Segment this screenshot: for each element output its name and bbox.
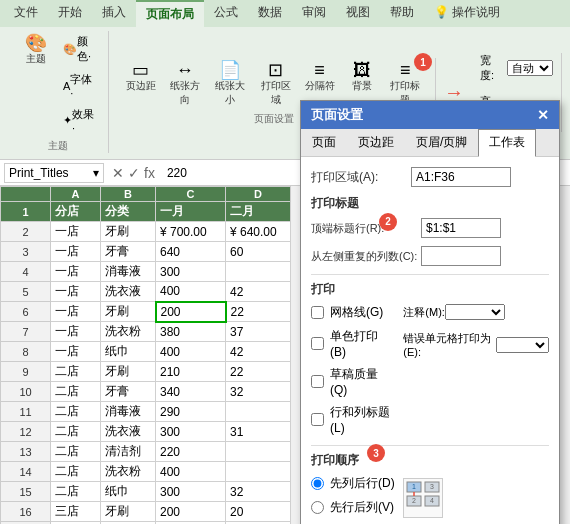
orientation-button[interactable]: ↔ 纸张方向 — [163, 58, 207, 110]
table-cell[interactable]: 二店 — [51, 442, 101, 462]
paper-size-button[interactable]: 📄 纸张大小 — [209, 58, 253, 110]
table-cell[interactable]: 纸巾 — [101, 342, 156, 362]
table-cell[interactable]: 42 — [226, 342, 291, 362]
table-cell[interactable]: 牙膏 — [101, 242, 156, 262]
table-cell[interactable]: 37 — [226, 322, 291, 342]
table-cell[interactable]: 一店 — [51, 262, 101, 282]
table-cell[interactable]: 210 — [156, 362, 226, 382]
table-cell[interactable] — [226, 262, 291, 282]
col-header-c[interactable]: C — [156, 187, 226, 202]
tab-home[interactable]: 开始 — [48, 0, 92, 27]
tab-review[interactable]: 审阅 — [292, 0, 336, 27]
table-cell[interactable]: 一店 — [51, 242, 101, 262]
error-select[interactable] — [496, 337, 549, 353]
top-row-input[interactable] — [421, 218, 501, 238]
notes-select[interactable] — [445, 304, 505, 320]
color-button[interactable]: 🎨 颜色· — [58, 31, 100, 67]
table-cell[interactable]: 二店 — [51, 482, 101, 502]
table-cell[interactable]: 400 — [156, 282, 226, 302]
table-cell[interactable]: 牙刷 — [101, 362, 156, 382]
table-cell[interactable]: 200 — [156, 302, 226, 322]
table-cell[interactable]: 32 — [226, 382, 291, 402]
table-cell[interactable]: 消毒液 — [101, 402, 156, 422]
tab-help[interactable]: 帮助 — [380, 0, 424, 27]
table-cell[interactable]: 60 — [226, 242, 291, 262]
theme-button[interactable]: 🎨 主题 — [16, 31, 56, 137]
table-cell[interactable]: 纸巾 — [101, 482, 156, 502]
table-cell[interactable]: 二店 — [51, 362, 101, 382]
table-cell[interactable]: 400 — [156, 342, 226, 362]
margins-button[interactable]: ▭ 页边距 — [121, 58, 161, 110]
table-cell[interactable]: 牙刷 — [101, 502, 156, 522]
table-cell[interactable]: 300 — [156, 262, 226, 282]
dialog-tab-margins[interactable]: 页边距 — [347, 129, 405, 156]
table-cell[interactable]: 分类 — [101, 202, 156, 222]
table-cell[interactable]: 洗衣粉 — [101, 322, 156, 342]
table-cell[interactable]: 洗衣液 — [101, 282, 156, 302]
table-cell[interactable]: 三店 — [51, 502, 101, 522]
table-cell[interactable]: 32 — [226, 482, 291, 502]
table-cell[interactable]: 200 — [156, 502, 226, 522]
table-cell[interactable] — [226, 402, 291, 422]
cancel-icon[interactable]: ✕ — [112, 165, 124, 181]
table-cell[interactable]: 220 — [156, 442, 226, 462]
table-cell[interactable]: 一店 — [51, 322, 101, 342]
name-box-dropdown-icon[interactable]: ▾ — [93, 166, 99, 180]
name-box[interactable]: Print_Titles ▾ — [4, 163, 104, 183]
table-cell[interactable]: 消毒液 — [101, 262, 156, 282]
print-area-input[interactable] — [411, 167, 511, 187]
tab-data[interactable]: 数据 — [248, 0, 292, 27]
table-cell[interactable]: 一月 — [156, 202, 226, 222]
rowcol-checkbox[interactable] — [311, 413, 324, 426]
table-cell[interactable]: 一店 — [51, 302, 101, 322]
table-cell[interactable]: 分店 — [51, 202, 101, 222]
font-button[interactable]: A 字体· — [58, 69, 100, 102]
width-select[interactable]: 自动 — [507, 60, 553, 76]
table-cell[interactable]: 22 — [226, 362, 291, 382]
table-cell[interactable]: 清洁剂 — [101, 442, 156, 462]
table-cell[interactable] — [226, 442, 291, 462]
table-cell[interactable]: 牙刷 — [101, 302, 156, 322]
table-cell[interactable]: 洗衣液 — [101, 422, 156, 442]
confirm-icon[interactable]: ✓ — [128, 165, 140, 181]
table-cell[interactable]: 400 — [156, 462, 226, 482]
tab-insert[interactable]: 插入 — [92, 0, 136, 27]
col-header-a[interactable]: A — [51, 187, 101, 202]
dialog-tab-page[interactable]: 页面 — [301, 129, 347, 156]
tab-file[interactable]: 文件 — [4, 0, 48, 27]
dialog-tab-worksheet[interactable]: 工作表 — [478, 129, 536, 157]
col-header-b[interactable]: B — [101, 187, 156, 202]
draft-checkbox[interactable] — [311, 375, 324, 388]
left-col-input[interactable] — [421, 246, 501, 266]
dialog-tab-header-footer[interactable]: 页眉/页脚 — [405, 129, 478, 156]
table-cell[interactable]: 290 — [156, 402, 226, 422]
table-cell[interactable]: 牙膏 — [101, 382, 156, 402]
insert-function-icon[interactable]: fx — [144, 165, 155, 181]
table-cell[interactable]: 洗衣粉 — [101, 462, 156, 482]
effect-button[interactable]: ✦ 效果· — [58, 104, 100, 137]
table-cell[interactable]: 42 — [226, 282, 291, 302]
tab-ops[interactable]: 💡 操作说明 — [424, 0, 510, 27]
table-cell[interactable]: 牙刷 — [101, 222, 156, 242]
table-cell[interactable]: ¥ 640.00 — [226, 222, 291, 242]
gridlines-checkbox[interactable] — [311, 306, 324, 319]
table-cell[interactable]: 二店 — [51, 462, 101, 482]
tab-formula[interactable]: 公式 — [204, 0, 248, 27]
table-cell[interactable] — [226, 462, 291, 482]
table-cell[interactable]: ¥ 700.00 — [156, 222, 226, 242]
table-cell[interactable]: 二月 — [226, 202, 291, 222]
table-cell[interactable]: 640 — [156, 242, 226, 262]
col-header-d[interactable]: D — [226, 187, 291, 202]
table-cell[interactable]: 二店 — [51, 402, 101, 422]
table-cell[interactable]: 一店 — [51, 282, 101, 302]
table-cell[interactable]: 二店 — [51, 382, 101, 402]
mono-checkbox[interactable] — [311, 337, 324, 350]
print-area-button[interactable]: ⊡ 打印区域 — [254, 58, 298, 110]
table-cell[interactable]: 20 — [226, 502, 291, 522]
table-cell[interactable]: 300 — [156, 482, 226, 502]
table-cell[interactable]: 22 — [226, 302, 291, 322]
page-setup-dialog[interactable]: 页面设置 ✕ 页面 页边距 页眉/页脚 工作表 打印区域(A): 打印标题 顶端… — [300, 100, 560, 524]
table-cell[interactable]: 300 — [156, 422, 226, 442]
table-cell[interactable]: 一店 — [51, 342, 101, 362]
table-cell[interactable]: 一店 — [51, 222, 101, 242]
